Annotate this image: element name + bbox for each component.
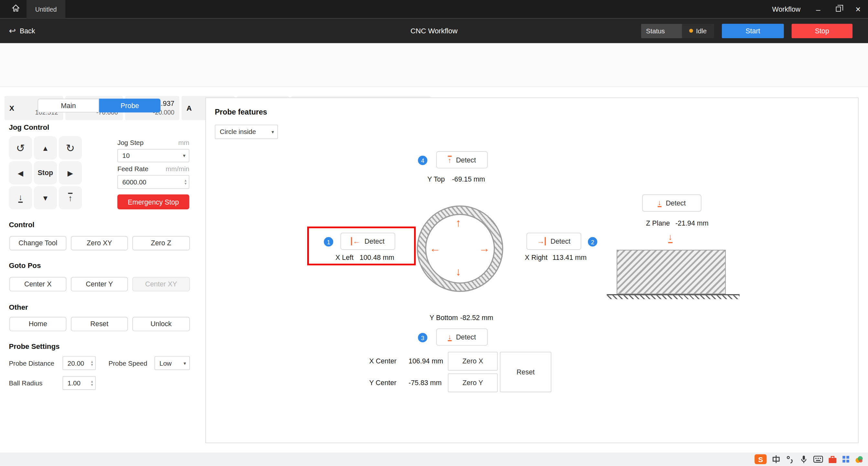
back-icon: ↩ (9, 26, 16, 36)
x-left-value: 100.48 mm (360, 254, 394, 261)
sogou-logo-icon[interactable]: S (754, 454, 767, 464)
axis-label: A (187, 104, 192, 112)
probe-speed-label: Probe Speed (108, 359, 147, 367)
probe-down-icon: ↓ (448, 333, 452, 342)
jog-stop-button[interactable]: Stop (34, 161, 57, 184)
x-left-readout: X Left 100.48 mm (335, 254, 394, 261)
jog-step-label: Jog Step (117, 139, 144, 147)
tab-untitled[interactable]: Untitled (27, 0, 65, 18)
jog-control-heading: Jog Control (9, 123, 49, 132)
probe-feature-select[interactable]: Circle inside ▾ (215, 124, 278, 139)
restore-button[interactable] (828, 0, 848, 18)
reset-button[interactable]: Reset (71, 317, 128, 331)
y-top-label: Y Top (427, 176, 445, 183)
zero-xy-button[interactable]: Zero XY (71, 236, 128, 251)
coordinate-bar: X -4.430 102.512 Y 5.833 -70.000 Z 1.937… (0, 43, 868, 87)
jog-step-select[interactable]: 10 ▾ (117, 149, 189, 162)
feed-rate-input[interactable]: 6000.00 ▴▾ (117, 175, 189, 189)
probe-distance-label: Probe Distance (9, 359, 54, 367)
probe-speed-value: Low (159, 359, 172, 367)
toolbox-icon[interactable] (828, 455, 837, 463)
detect-label: Detect (365, 237, 384, 245)
change-tool-button[interactable]: Change Tool (9, 236, 66, 251)
jog-a-ccw-button[interactable]: ↺ (9, 136, 32, 159)
home-icon (11, 4, 20, 14)
other-heading: Other (9, 303, 28, 311)
tab-untitled-label: Untitled (35, 6, 57, 12)
spinner-arrows-icon[interactable]: ▴▾ (91, 359, 93, 367)
rotate-cw-icon: ↻ (66, 141, 75, 154)
probe-speed-select[interactable]: Low ▾ (155, 356, 190, 370)
status-indicator[interactable]: Status Idle (641, 24, 714, 38)
titlebar: Untitled Workflow – × (0, 0, 868, 18)
apps-grid-icon[interactable] (842, 455, 850, 463)
step-badge-3: 3 (418, 333, 427, 342)
skin-palette-icon[interactable] (855, 455, 864, 463)
chinese-mode-icon[interactable] (772, 455, 780, 463)
zero-x-result-button[interactable]: Zero X (448, 352, 498, 371)
page-title: CNC Workflow (410, 18, 457, 43)
close-icon: × (856, 4, 861, 14)
probe-down-icon: ↓ (658, 199, 661, 207)
footer-bar: S (0, 453, 868, 466)
jog-y-plus-button[interactable]: ▲ (34, 136, 57, 159)
detect-x-left-button[interactable]: ← Detect (341, 233, 395, 250)
right-triangle-icon: ▶ (68, 169, 73, 177)
probe-direction-left-icon: ← (430, 243, 440, 254)
zero-z-button[interactable]: Zero Z (132, 236, 190, 251)
virtual-keyboard-icon[interactable] (813, 455, 824, 463)
goto-pos-heading: Goto Pos (9, 261, 41, 270)
detect-label: Detect (456, 156, 476, 164)
detect-x-right-button[interactable]: → Detect (526, 233, 581, 250)
jog-a-cw-button[interactable]: ↻ (59, 136, 82, 159)
start-button[interactable]: Start (722, 24, 784, 38)
restore-icon (836, 7, 840, 12)
zero-y-result-button[interactable]: Zero Y (448, 374, 498, 392)
microphone-icon[interactable] (800, 455, 808, 463)
probe-features-panel: Probe features Circle inside ▾ 4 ↑ Detec… (205, 97, 859, 443)
reset-result-button[interactable]: Reset (500, 352, 551, 392)
probe-direction-right-icon: → (479, 243, 490, 254)
probe-features-heading: Probe features (215, 108, 267, 117)
jog-y-minus-button[interactable]: ▼ (34, 186, 57, 209)
spinner-arrows-icon[interactable]: ▴▾ (91, 380, 93, 387)
step-badge-1: 1 (324, 237, 333, 246)
detect-y-bottom-button[interactable]: ↓ Detect (436, 328, 488, 346)
tab-probe[interactable]: Probe (99, 99, 160, 113)
jog-x-plus-button[interactable]: ▶ (59, 161, 82, 184)
y-top-value: -69.15 mm (452, 176, 485, 183)
arrow-down-to-bar-icon: ↓ (19, 193, 23, 203)
emergency-stop-button[interactable]: Emergency Stop (117, 195, 189, 209)
probe-left-icon: ← (351, 237, 360, 245)
ball-radius-input[interactable]: 1.00 ▴▾ (62, 376, 96, 390)
probe-up-icon: ↑ (448, 155, 452, 164)
center-x-button[interactable]: Center X (9, 277, 66, 292)
minimize-button[interactable]: – (808, 0, 828, 18)
home-machine-button[interactable]: Home (9, 317, 66, 331)
step-badge-4: 4 (418, 156, 427, 165)
jog-x-minus-button[interactable]: ◀ (9, 161, 32, 184)
x-right-label: X Right (525, 254, 548, 261)
detect-z-plane-button[interactable]: ↓ Detect (642, 195, 702, 212)
unlock-button[interactable]: Unlock (132, 317, 190, 331)
app-window: Untitled Workflow – × ↩ Back CNC Workflo… (0, 0, 868, 466)
detect-y-top-button[interactable]: ↑ Detect (436, 151, 488, 168)
chevron-down-icon: ▾ (183, 153, 186, 158)
detect-label: Detect (456, 333, 476, 341)
close-button[interactable]: × (848, 0, 868, 18)
back-button[interactable]: ↩ Back (9, 18, 35, 43)
punctuation-icon[interactable] (785, 455, 794, 463)
home-button[interactable] (5, 0, 26, 18)
center-y-button[interactable]: Center Y (71, 277, 128, 292)
x-right-readout: X Right 113.41 mm (525, 254, 587, 261)
y-center-value: -75.83 mm (408, 379, 441, 387)
detect-label: Detect (551, 237, 570, 245)
jog-z-down-button[interactable]: ↓ (9, 186, 32, 209)
stop-button[interactable]: Stop (792, 24, 852, 38)
spinner-arrows-icon[interactable]: ▴▾ (185, 179, 187, 186)
probe-distance-input[interactable]: 20.00 ▴▾ (62, 356, 96, 370)
tab-main[interactable]: Main (37, 99, 99, 113)
center-xy-button[interactable]: Center XY (132, 277, 190, 292)
jog-z-up-button[interactable]: ↑ (59, 186, 82, 209)
feed-rate-unit: mm/min (165, 165, 189, 173)
